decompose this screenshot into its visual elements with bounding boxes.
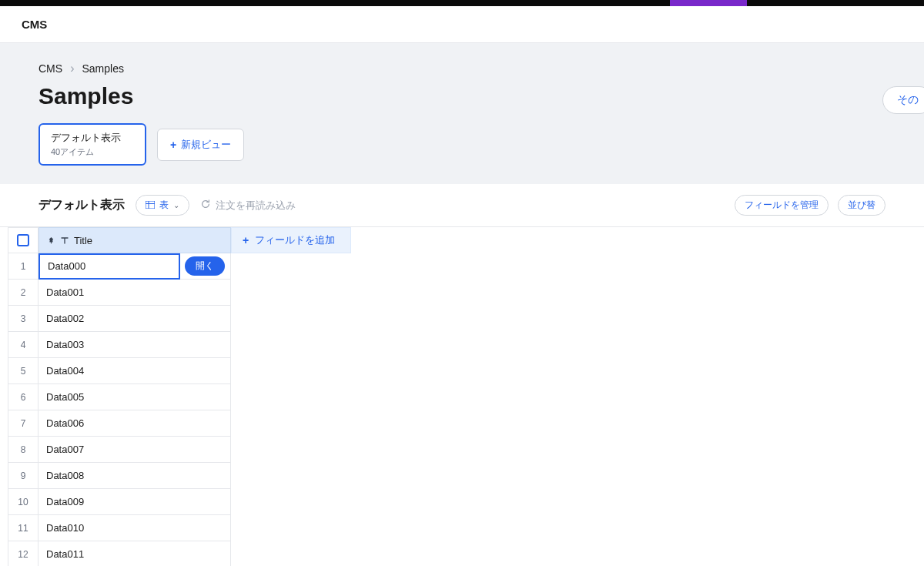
row-number[interactable]: 3 — [8, 306, 38, 332]
text-type-icon — [60, 236, 69, 245]
sort-button[interactable]: 並び替 — [838, 195, 886, 216]
page-section: CMS › Samples Samples その デフォルト表示 40アイテム … — [0, 43, 924, 184]
refresh-icon — [200, 199, 211, 212]
table-row[interactable]: 8Data007 — [8, 437, 924, 463]
table-row[interactable]: 6Data005 — [8, 384, 924, 410]
svg-rect-0 — [146, 201, 155, 209]
row-number[interactable]: 6 — [8, 384, 38, 410]
pin-icon — [47, 236, 55, 245]
title-cell[interactable]: Data005 — [38, 384, 231, 410]
manage-fields-button[interactable]: フィールドを管理 — [735, 195, 829, 216]
table-row[interactable]: 12Data011 — [8, 541, 924, 566]
row-number[interactable]: 9 — [8, 463, 38, 489]
table-row[interactable]: 7Data006 — [8, 410, 924, 437]
table-row[interactable]: 2Data001 — [8, 280, 924, 306]
chevron-right-icon: › — [70, 62, 74, 75]
reload-button[interactable]: 注文を再読み込み — [200, 199, 296, 213]
title-cell[interactable]: Data004 — [38, 358, 231, 384]
table-row[interactable]: 4Data003 — [8, 332, 924, 358]
row-number[interactable]: 10 — [8, 489, 38, 515]
app-header: CMS — [0, 6, 924, 43]
select-all-cell[interactable] — [8, 227, 38, 253]
title-cell[interactable]: Data001 — [38, 280, 231, 306]
row-number[interactable]: 7 — [8, 410, 38, 437]
row-number[interactable]: 5 — [8, 358, 38, 384]
app-title: CMS — [22, 18, 47, 31]
title-cell[interactable]: Data002 — [38, 306, 231, 332]
new-view-button[interactable]: + 新規ビュー — [157, 129, 244, 161]
title-column-header[interactable]: Title — [38, 227, 231, 253]
table-row[interactable]: 11Data010 — [8, 515, 924, 541]
row-number[interactable]: 4 — [8, 332, 38, 358]
title-cell[interactable]: Data006 — [38, 410, 231, 437]
browser-top-bar — [0, 0, 924, 6]
title-column-label: Title — [74, 235, 92, 246]
add-field-button[interactable]: + フィールドを追加 — [231, 227, 351, 253]
row-number[interactable]: 1 — [8, 253, 38, 280]
add-field-label: フィールドを追加 — [255, 233, 335, 247]
table-icon — [146, 200, 155, 211]
view-row: デフォルト表示 40アイテム + 新規ビュー — [0, 123, 924, 166]
table-row[interactable]: 9Data008 — [8, 463, 924, 489]
table-header-row: Title + フィールドを追加 — [8, 227, 924, 253]
view-type-label: 表 — [159, 199, 169, 212]
breadcrumb-current: Samples — [82, 62, 123, 75]
table-row[interactable]: 10Data009 — [8, 489, 924, 515]
plus-icon: + — [170, 139, 176, 151]
table-row[interactable]: 1Data000開く — [8, 253, 924, 280]
table-body: 1Data000開く2Data0013Data0024Data0035Data0… — [8, 253, 924, 566]
title-cell[interactable]: Data008 — [38, 463, 231, 489]
page-title: Samples — [38, 83, 133, 109]
view-card-subtitle: 40アイテム — [51, 146, 134, 158]
breadcrumb: CMS › Samples — [0, 62, 924, 75]
current-view-card[interactable]: デフォルト表示 40アイテム — [38, 123, 146, 166]
chevron-down-icon: ⌄ — [173, 201, 179, 209]
title-cell[interactable]: Data003 — [38, 332, 231, 358]
row-number[interactable]: 12 — [8, 541, 38, 566]
reload-label: 注文を再読み込み — [216, 199, 296, 213]
breadcrumb-root[interactable]: CMS — [38, 62, 62, 75]
title-cell[interactable]: Data000 — [38, 253, 180, 280]
top-bar-accent — [670, 0, 747, 6]
new-view-label: 新規ビュー — [181, 138, 231, 152]
title-cell[interactable]: Data010 — [38, 515, 231, 541]
table-row[interactable]: 5Data004 — [8, 358, 924, 384]
table-row[interactable]: 3Data002 — [8, 306, 924, 332]
open-button[interactable]: 開く — [185, 256, 225, 276]
view-type-button[interactable]: 表 ⌄ — [136, 195, 189, 216]
row-cell-wrap[interactable]: Data000開く — [38, 253, 231, 280]
title-cell[interactable]: Data007 — [38, 437, 231, 463]
title-cell[interactable]: Data009 — [38, 489, 231, 515]
row-number[interactable]: 11 — [8, 515, 38, 541]
etc-button[interactable]: その — [882, 86, 924, 114]
title-cell[interactable]: Data011 — [38, 541, 231, 566]
plus-icon: + — [243, 234, 249, 246]
checkbox-icon[interactable] — [17, 234, 29, 246]
data-table: Title + フィールドを追加 1Data000開く2Data0013Data… — [0, 227, 924, 566]
toolbar: デフォルト表示 表 ⌄ 注文を再読み込み フィールドを管理 並び替 — [0, 184, 924, 227]
row-number[interactable]: 2 — [8, 280, 38, 306]
view-card-title: デフォルト表示 — [51, 131, 134, 145]
row-number[interactable]: 8 — [8, 437, 38, 463]
section-title: デフォルト表示 — [38, 197, 125, 213]
